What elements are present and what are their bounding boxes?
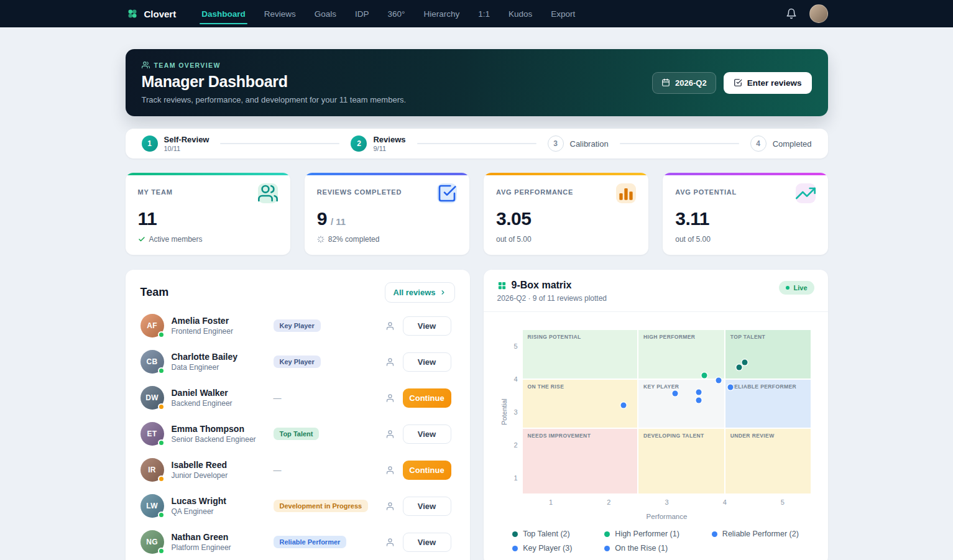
- stat-subtext: 82% completed: [317, 235, 457, 244]
- ninebox-cell-label: KEY PLAYER: [638, 380, 724, 393]
- ninebox-title-row: 9-Box matrix: [497, 280, 607, 291]
- continue-button[interactable]: Continue: [403, 388, 451, 408]
- step-connector: [220, 143, 339, 144]
- step-calibration[interactable]: 3Calibration: [548, 135, 609, 152]
- legend-dot-icon: [512, 531, 518, 537]
- stat-sub-label: 82% completed: [328, 235, 380, 244]
- nav-item-reviews[interactable]: Reviews: [255, 0, 305, 27]
- member-profile-icon[interactable]: [385, 393, 395, 403]
- legend-dot-icon: [604, 531, 610, 537]
- step-self-review[interactable]: 1Self-Review10/11: [142, 135, 209, 152]
- member-name: Lucas Wright: [172, 496, 274, 506]
- live-label: Live: [793, 284, 807, 291]
- step-completed[interactable]: 4Completed: [750, 135, 812, 152]
- ninebox-header: 9-Box matrix 2026-Q2 · 9 of 11 reviews p…: [484, 270, 828, 312]
- ninebox-cell-label: ON THE RISE: [523, 380, 637, 393]
- nav-item-360[interactable]: 360°: [379, 0, 415, 27]
- member-profile-icon[interactable]: [385, 466, 395, 475]
- data-point-key_player[interactable]: [696, 397, 701, 403]
- ninebox-cell-needs-improvement: NEEDS IMPROVEMENT: [522, 428, 638, 494]
- member-role: Junior Developer: [172, 471, 274, 480]
- data-point-on_the_rise[interactable]: [620, 402, 626, 408]
- nav-item-export[interactable]: Export: [541, 0, 584, 27]
- step-progress: 9/11: [373, 145, 405, 152]
- data-point-reliable_performer[interactable]: [728, 384, 734, 390]
- member-role: Data Engineer: [172, 363, 274, 372]
- data-point-key_player[interactable]: [673, 391, 678, 397]
- data-point-key_player[interactable]: [696, 389, 701, 395]
- ninebox-cell-label: RELIABLE PERFORMER: [725, 380, 811, 393]
- ninebox-title: 9-Box matrix: [512, 280, 572, 291]
- brand[interactable]: Clovert: [126, 7, 177, 21]
- hero-actions: 2026-Q2 Enter reviews: [652, 72, 811, 94]
- enter-reviews-button[interactable]: Enter reviews: [724, 72, 812, 94]
- ninebox-cell-label: TOP TALENT: [725, 330, 811, 344]
- view-button[interactable]: View: [403, 425, 451, 444]
- member-name: Charlotte Bailey: [172, 352, 274, 362]
- step-reviews[interactable]: 2Reviews9/11: [351, 135, 405, 152]
- view-button[interactable]: View: [403, 497, 451, 516]
- user-avatar[interactable]: [809, 4, 828, 23]
- view-button[interactable]: View: [403, 316, 451, 336]
- ninebox-card: 9-Box matrix 2026-Q2 · 9 of 11 reviews p…: [484, 270, 828, 560]
- view-button[interactable]: View: [403, 533, 451, 552]
- legend-item-reliable-performer: Reliable Performer (2): [712, 530, 799, 538]
- status-dot: [158, 475, 165, 482]
- x-tick: 1: [549, 498, 553, 506]
- period-selector-button[interactable]: 2026-Q2: [652, 72, 716, 94]
- view-button[interactable]: View: [403, 352, 451, 372]
- member-name: Daniel Walker: [172, 388, 274, 398]
- stat-value-suffix: / 11: [331, 216, 346, 227]
- ninebox-cell-rising-potential: RISING POTENTIAL: [522, 329, 638, 379]
- all-reviews-button[interactable]: All reviews: [385, 282, 455, 303]
- nav-item-dashboard[interactable]: Dashboard: [192, 0, 255, 27]
- nav-item-goals[interactable]: Goals: [305, 0, 346, 27]
- ninebox-cell-label: HIGH PERFORMER: [638, 330, 724, 344]
- all-reviews-label: All reviews: [394, 288, 436, 297]
- stat-sub-label: out of 5.00: [675, 235, 711, 244]
- step-progress: 10/11: [164, 145, 209, 152]
- member-badge: Reliable Performer: [274, 536, 347, 548]
- data-point-high_performer[interactable]: [702, 373, 707, 379]
- empty-badge: —: [274, 393, 282, 403]
- status-dot: [158, 439, 165, 446]
- legend-item-top-talent: Top Talent (2): [512, 530, 572, 538]
- member-role: Platform Engineer: [172, 543, 274, 552]
- ninebox-subtitle: 2026-Q2 · 9 of 11 reviews plotted: [497, 294, 607, 303]
- stat-subtext: Active members: [138, 235, 278, 244]
- stat-sub-label: Active members: [149, 235, 203, 244]
- member-profile-icon[interactable]: [385, 321, 395, 331]
- period-label: 2026-Q2: [675, 78, 707, 88]
- step-connector: [417, 143, 536, 144]
- continue-button[interactable]: Continue: [403, 461, 451, 480]
- stat-label: REVIEWS COMPLETED: [317, 188, 402, 196]
- bars-icon: [616, 183, 636, 203]
- top-nav: Clovert DashboardReviewsGoalsIDP360°Hier…: [0, 0, 953, 27]
- loader-icon: [317, 236, 325, 243]
- member-badge: Top Talent: [274, 428, 320, 440]
- team-member-row: AFAmelia FosterFrontend EngineerKey Play…: [140, 308, 455, 344]
- notifications-bell-icon[interactable]: [786, 8, 797, 19]
- member-profile-icon[interactable]: [385, 357, 395, 367]
- nav-item-idp[interactable]: IDP: [346, 0, 379, 27]
- data-point-top_talent[interactable]: [737, 364, 742, 370]
- hero-eyebrow: TEAM OVERVIEW: [142, 61, 407, 69]
- stat-accent-bar: [484, 173, 648, 175]
- live-badge: Live: [779, 281, 814, 295]
- member-profile-icon[interactable]: [385, 538, 395, 547]
- member-profile-icon[interactable]: [385, 429, 395, 439]
- y-tick: 5: [513, 342, 517, 350]
- hero-text: TEAM OVERVIEW Manager Dashboard Track re…: [142, 61, 407, 104]
- nav-item-kudos[interactable]: Kudos: [499, 0, 541, 27]
- member-profile-icon[interactable]: [385, 502, 395, 511]
- trend-icon: [796, 183, 816, 203]
- status-dot: [158, 367, 165, 374]
- legend-label: On the Rise (1): [615, 544, 668, 553]
- data-point-reliable_performer[interactable]: [716, 378, 722, 383]
- nav-item-1-1[interactable]: 1:1: [469, 0, 499, 27]
- status-dot: [158, 403, 165, 410]
- nav-item-hierarchy[interactable]: Hierarchy: [414, 0, 469, 27]
- data-point-top_talent[interactable]: [742, 360, 748, 365]
- member-role: Frontend Engineer: [172, 327, 274, 336]
- clovert-logo-icon: [126, 7, 139, 21]
